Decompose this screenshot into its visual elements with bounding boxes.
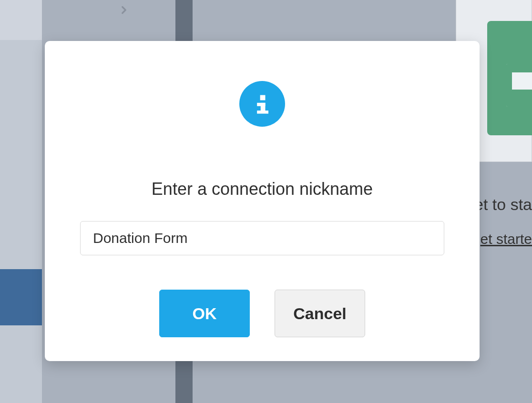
connection-nickname-dialog: Enter a connection nickname OK Cancel [45,41,480,361]
dialog-button-row: OK Cancel [159,290,365,337]
info-icon [239,81,285,127]
cancel-button[interactable]: Cancel [275,290,365,337]
sheets-icon [487,21,532,135]
ok-button[interactable]: OK [159,290,250,337]
nickname-input[interactable] [80,221,444,255]
dialog-body: Enter a connection nickname OK Cancel [45,41,480,361]
background-text-fragment: et to sta [474,195,532,214]
chevron-right-icon [118,4,130,18]
svg-rect-0 [260,95,266,101]
background-left-column [0,0,42,403]
dialog-title: Enter a connection nickname [152,179,373,199]
svg-rect-3 [257,111,268,114]
background-link-fragment: et starte [481,231,532,247]
